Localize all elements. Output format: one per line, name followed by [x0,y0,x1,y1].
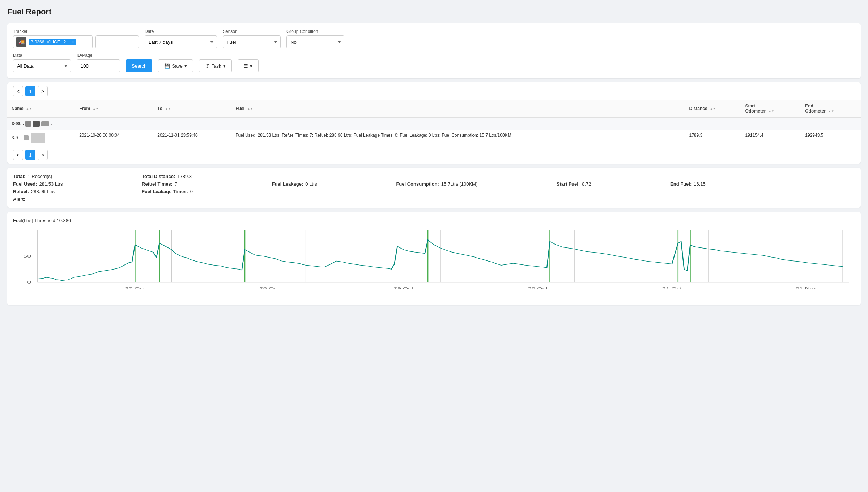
sort-to-icon: ▲▼ [165,107,171,110]
sort-name-icon: ▲▼ [26,107,32,110]
fuel-used-value: 281.53 Ltrs [39,181,63,187]
total-distance-label: Total Distance: [142,174,175,179]
data-select-wrapper: All Data Summary Detail [13,59,71,72]
next-page-button[interactable]: > [38,86,48,96]
summary-section: Total: 1 Record(s) Total Distance: 1789.… [7,168,861,208]
sort-fuel-icon: ▲▼ [247,107,253,110]
svg-text:30 Oct: 30 Oct [528,286,548,290]
date-label: Date [145,29,217,34]
bottom-pagination: < 1 > [7,146,861,164]
table-row: 3-9... 2021-10-26 00:00:04 2021-11-01 23… [7,130,861,146]
date-select[interactable]: Last 7 days Today Yesterday Last 30 days… [145,35,217,48]
summary-start-fuel: Start Fuel: 8.72 [557,181,661,187]
chart-container: 0 50 [13,227,855,299]
date-select-wrapper: Last 7 days Today Yesterday Last 30 days… [145,35,217,48]
filter-row-1: Tracker 🚚 3-9366..VHICE...2... ✕ Date [13,29,855,48]
prev-page-button[interactable]: < [13,86,23,96]
total-value: 1 Record(s) [27,174,52,179]
fuel-consumption-value: 15.7Ltrs (100KM) [441,181,477,187]
row-to: 2021-11-01 23:59:40 [153,130,231,146]
save-icon: 💾 [164,63,170,69]
list-options-button[interactable]: ☰ ▾ [238,59,259,72]
filter-row-2: Data All Data Summary Detail ID/Page 100… [13,53,855,72]
summary-fuel-used: Fuel Used: 281.53 Ltrs [13,181,133,187]
fuel-leakage-value: 0 Ltrs [305,181,317,187]
current-page-bottom: 1 [25,150,35,160]
data-table: Name ▲▼ From ▲▼ To ▲▼ Fuel ▲▼ [7,100,861,146]
save-dropdown-icon: ▾ [184,63,187,69]
group-icon-1 [25,121,31,127]
chart-section: Fuel(Ltrs) Threshold:10.886 0 50 [7,212,861,305]
data-label: Data [13,53,71,58]
fuel-leakage-times-value: 0 [190,189,193,194]
refuel-label: Refuel: [13,189,29,194]
summary-refuel-times: Refuel Times: 7 [142,181,263,187]
sensor-select[interactable]: Fuel Temperature All [223,35,281,48]
col-start-odometer[interactable]: StartOdometer ▲▼ [741,100,801,118]
col-fuel[interactable]: Fuel ▲▼ [231,100,685,118]
svg-text:50: 50 [23,254,31,259]
refuel-times-value: 7 [175,181,177,187]
row-distance: 1789.3 [685,130,741,146]
sort-end-odo-icon: ▲▼ [828,110,834,113]
truck-icon: 🚚 [16,37,26,47]
table-section: < 1 > Name ▲▼ From ▲▼ To ▲▼ [7,82,861,164]
col-distance[interactable]: Distance ▲▼ [685,100,741,118]
tracker-tag-text: 3-9366..VHICE...2... [31,39,69,44]
current-page: 1 [25,86,35,96]
svg-text:01 Nov: 01 Nov [796,286,817,290]
summary-fuel-consumption: Fuel Consumption: 15.7Ltrs (100KM) [396,181,548,187]
prev-page-button-bottom[interactable]: < [13,150,23,160]
row-start-odometer: 191154.4 [741,130,801,146]
tracker-search-input[interactable] [95,35,139,48]
idpage-group: ID/Page 100 [77,53,120,72]
group-condition-select[interactable]: No Yes [286,35,344,48]
col-name[interactable]: Name ▲▼ [7,100,75,118]
svg-text:28 Oct: 28 Oct [259,286,280,290]
total-distance-value: 1789.3 [177,174,192,179]
row-end-odometer: 192943.5 [801,130,861,146]
col-from[interactable]: From ▲▼ [75,100,153,118]
save-button[interactable]: 💾 Save ▾ [158,59,193,72]
row-fuel: Fuel Used: 281.53 Ltrs; Refuel Times: 7;… [231,130,685,146]
tracker-tag-close[interactable]: ✕ [71,40,74,44]
list-dropdown-icon: ▾ [250,63,252,69]
group-row-icon: 3-93... . [12,121,52,127]
sensor-label: Sensor [223,29,281,34]
date-group: Date Last 7 days Today Yesterday Last 30… [145,29,217,48]
row-name: 3-9... [7,130,75,146]
data-select[interactable]: All Data Summary Detail [13,59,71,72]
summary-refuel: Refuel: 288.96 Ltrs [13,189,133,194]
sensor-group: Sensor Fuel Temperature All [223,29,281,48]
vehicle-icon [24,135,29,140]
svg-text:29 Oct: 29 Oct [393,286,414,290]
summary-total-distance: Total Distance: 1789.3 [142,174,263,179]
task-button[interactable]: ⏱ Task ▾ [199,59,232,72]
fuel-consumption-label: Fuel Consumption: [396,181,439,187]
page-title: Fuel Report [7,7,861,17]
search-button[interactable]: Search [126,59,152,72]
row-from: 2021-10-26 00:00:04 [75,130,153,146]
sensor-select-wrapper: Fuel Temperature All [223,35,281,48]
task-dropdown-icon: ▾ [223,63,226,69]
summary-total: Total: 1 Record(s) [13,174,133,179]
col-end-odometer[interactable]: EndOdometer ▲▼ [801,100,861,118]
fuel-leakage-label: Fuel Leakage: [272,181,303,187]
tracker-input[interactable]: 🚚 3-9366..VHICE...2... ✕ [13,35,93,48]
col-to[interactable]: To ▲▼ [153,100,231,118]
fuel-leakage-times-label: Fuel Leakage Times: [142,189,188,194]
sort-start-odo-icon: ▲▼ [769,110,774,113]
group-condition-label: Group Condition [286,29,344,34]
group-icon-3 [41,121,49,126]
svg-text:0: 0 [27,280,31,285]
summary-alert: Alert: [13,196,133,202]
summary-end-fuel: End Fuel: 16.15 [670,181,776,187]
chart-title: Fuel(Ltrs) Threshold:10.886 [13,218,855,223]
table-group-row: 3-93... . [7,118,861,130]
group-icon-2 [33,121,40,127]
next-page-button-bottom[interactable]: > [38,150,48,160]
idpage-label: ID/Page [77,53,120,58]
total-label: Total: [13,174,25,179]
idpage-input[interactable]: 100 [77,59,120,72]
tracker-label: Tracker [13,29,139,34]
